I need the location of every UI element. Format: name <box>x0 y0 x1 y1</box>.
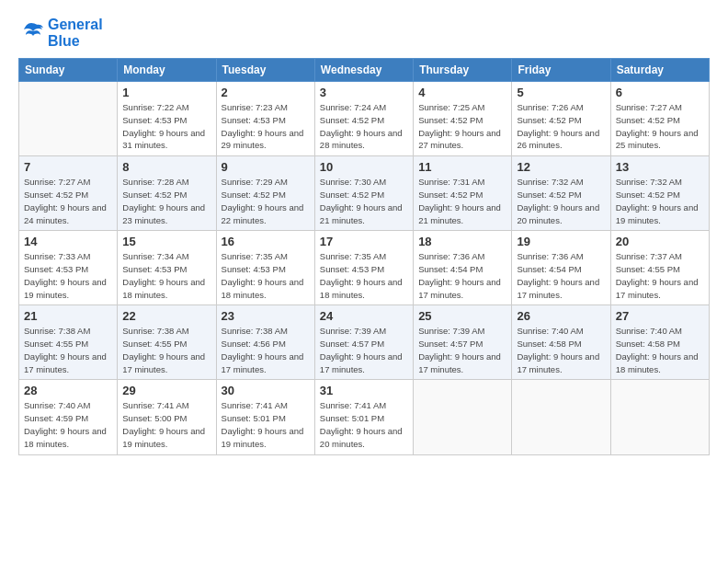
day-number: 15 <box>122 235 210 248</box>
day-number: 29 <box>122 384 210 397</box>
day-info: Sunrise: 7:25 AMSunset: 4:52 PMDaylight:… <box>418 101 506 152</box>
day-number: 10 <box>320 160 408 174</box>
day-info: Sunrise: 7:35 AMSunset: 4:53 PMDaylight:… <box>222 250 310 301</box>
day-number: 7 <box>24 160 112 174</box>
weekday-tuesday: Tuesday <box>216 59 314 82</box>
day-number: 27 <box>616 309 704 323</box>
day-cell <box>610 380 709 454</box>
day-cell: 2 Sunrise: 7:23 AMSunset: 4:53 PMDayligh… <box>216 82 314 156</box>
day-info: Sunrise: 7:40 AMSunset: 4:59 PMDaylight:… <box>24 399 112 450</box>
day-cell: 6 Sunrise: 7:27 AMSunset: 4:52 PMDayligh… <box>610 82 709 156</box>
day-info: Sunrise: 7:41 AMSunset: 5:01 PMDaylight:… <box>320 399 408 450</box>
day-number: 3 <box>320 86 408 99</box>
day-number: 13 <box>616 160 704 174</box>
logo: GeneralBlue <box>18 17 103 49</box>
day-info: Sunrise: 7:29 AMSunset: 4:52 PMDaylight:… <box>222 176 310 226</box>
day-info: Sunrise: 7:38 AMSunset: 4:55 PMDaylight:… <box>24 325 112 375</box>
weekday-friday: Friday <box>512 59 610 82</box>
day-number: 6 <box>616 86 704 99</box>
day-number: 9 <box>222 160 310 174</box>
day-number: 28 <box>24 384 112 397</box>
day-info: Sunrise: 7:39 AMSunset: 4:57 PMDaylight:… <box>418 325 506 375</box>
day-cell: 7 Sunrise: 7:27 AMSunset: 4:52 PMDayligh… <box>19 156 118 231</box>
day-number: 26 <box>517 309 605 323</box>
day-number: 5 <box>517 86 605 99</box>
day-cell <box>19 82 118 156</box>
day-cell: 28 Sunrise: 7:40 AMSunset: 4:59 PMDaylig… <box>19 380 118 454</box>
week-row-1: 1 Sunrise: 7:22 AMSunset: 4:53 PMDayligh… <box>19 82 710 156</box>
day-cell: 19 Sunrise: 7:36 AMSunset: 4:54 PMDaylig… <box>512 231 610 305</box>
day-number: 11 <box>418 160 506 174</box>
weekday-monday: Monday <box>118 59 216 82</box>
day-number: 20 <box>616 235 704 248</box>
day-info: Sunrise: 7:32 AMSunset: 4:52 PMDaylight:… <box>616 176 704 226</box>
day-cell: 14 Sunrise: 7:33 AMSunset: 4:53 PMDaylig… <box>19 231 118 305</box>
day-info: Sunrise: 7:26 AMSunset: 4:52 PMDaylight:… <box>517 101 605 152</box>
day-number: 21 <box>24 309 112 323</box>
day-cell: 8 Sunrise: 7:28 AMSunset: 4:52 PMDayligh… <box>118 156 216 231</box>
weekday-header-row: SundayMondayTuesdayWednesdayThursdayFrid… <box>19 59 710 82</box>
day-number: 8 <box>122 160 210 174</box>
day-number: 14 <box>24 235 112 248</box>
day-cell: 3 Sunrise: 7:24 AMSunset: 4:52 PMDayligh… <box>314 82 413 156</box>
day-info: Sunrise: 7:34 AMSunset: 4:53 PMDaylight:… <box>122 250 210 301</box>
day-cell: 23 Sunrise: 7:38 AMSunset: 4:56 PMDaylig… <box>216 305 314 380</box>
weekday-saturday: Saturday <box>610 59 709 82</box>
day-cell: 31 Sunrise: 7:41 AMSunset: 5:01 PMDaylig… <box>314 380 413 454</box>
day-cell <box>512 380 610 454</box>
week-row-4: 21 Sunrise: 7:38 AMSunset: 4:55 PMDaylig… <box>19 305 710 380</box>
day-cell: 12 Sunrise: 7:32 AMSunset: 4:52 PMDaylig… <box>512 156 610 231</box>
week-row-5: 28 Sunrise: 7:40 AMSunset: 4:59 PMDaylig… <box>19 380 710 454</box>
day-info: Sunrise: 7:37 AMSunset: 4:55 PMDaylight:… <box>616 250 704 301</box>
day-cell: 30 Sunrise: 7:41 AMSunset: 5:01 PMDaylig… <box>216 380 314 454</box>
day-number: 17 <box>320 235 408 248</box>
calendar-table: SundayMondayTuesdayWednesdayThursdayFrid… <box>18 58 710 454</box>
day-cell: 26 Sunrise: 7:40 AMSunset: 4:58 PMDaylig… <box>512 305 610 380</box>
day-info: Sunrise: 7:36 AMSunset: 4:54 PMDaylight:… <box>517 250 605 301</box>
day-info: Sunrise: 7:38 AMSunset: 4:56 PMDaylight:… <box>222 325 310 375</box>
day-cell <box>414 380 512 454</box>
day-info: Sunrise: 7:22 AMSunset: 4:53 PMDaylight:… <box>122 101 210 152</box>
day-number: 1 <box>122 86 210 99</box>
day-cell: 25 Sunrise: 7:39 AMSunset: 4:57 PMDaylig… <box>414 305 512 380</box>
day-number: 24 <box>320 309 408 323</box>
day-cell: 16 Sunrise: 7:35 AMSunset: 4:53 PMDaylig… <box>216 231 314 305</box>
day-number: 30 <box>222 384 310 397</box>
day-number: 19 <box>517 235 605 248</box>
day-info: Sunrise: 7:31 AMSunset: 4:52 PMDaylight:… <box>418 176 506 226</box>
day-info: Sunrise: 7:35 AMSunset: 4:53 PMDaylight:… <box>320 250 408 301</box>
day-number: 16 <box>222 235 310 248</box>
day-info: Sunrise: 7:36 AMSunset: 4:54 PMDaylight:… <box>418 250 506 301</box>
week-row-3: 14 Sunrise: 7:33 AMSunset: 4:53 PMDaylig… <box>19 231 710 305</box>
day-info: Sunrise: 7:32 AMSunset: 4:52 PMDaylight:… <box>517 176 605 226</box>
day-cell: 1 Sunrise: 7:22 AMSunset: 4:53 PMDayligh… <box>118 82 216 156</box>
day-info: Sunrise: 7:38 AMSunset: 4:55 PMDaylight:… <box>122 325 210 375</box>
day-number: 4 <box>418 86 506 99</box>
day-info: Sunrise: 7:28 AMSunset: 4:52 PMDaylight:… <box>122 176 210 226</box>
day-number: 22 <box>122 309 210 323</box>
logo-text: GeneralBlue <box>48 17 103 49</box>
day-cell: 22 Sunrise: 7:38 AMSunset: 4:55 PMDaylig… <box>118 305 216 380</box>
day-number: 23 <box>222 309 310 323</box>
weekday-wednesday: Wednesday <box>314 59 413 82</box>
day-info: Sunrise: 7:23 AMSunset: 4:53 PMDaylight:… <box>222 101 310 152</box>
page: GeneralBlue SundayMondayTuesdayWednesday… <box>0 0 728 563</box>
day-number: 18 <box>418 235 506 248</box>
day-cell: 15 Sunrise: 7:34 AMSunset: 4:53 PMDaylig… <box>118 231 216 305</box>
day-cell: 4 Sunrise: 7:25 AMSunset: 4:52 PMDayligh… <box>414 82 512 156</box>
logo-bird-icon <box>18 20 44 46</box>
day-cell: 18 Sunrise: 7:36 AMSunset: 4:54 PMDaylig… <box>414 231 512 305</box>
weekday-sunday: Sunday <box>19 59 118 82</box>
day-info: Sunrise: 7:30 AMSunset: 4:52 PMDaylight:… <box>320 176 408 226</box>
day-number: 25 <box>418 309 506 323</box>
day-cell: 24 Sunrise: 7:39 AMSunset: 4:57 PMDaylig… <box>314 305 413 380</box>
day-info: Sunrise: 7:40 AMSunset: 4:58 PMDaylight:… <box>517 325 605 375</box>
day-cell: 27 Sunrise: 7:40 AMSunset: 4:58 PMDaylig… <box>610 305 709 380</box>
day-info: Sunrise: 7:39 AMSunset: 4:57 PMDaylight:… <box>320 325 408 375</box>
day-cell: 29 Sunrise: 7:41 AMSunset: 5:00 PMDaylig… <box>118 380 216 454</box>
day-cell: 13 Sunrise: 7:32 AMSunset: 4:52 PMDaylig… <box>610 156 709 231</box>
day-number: 12 <box>517 160 605 174</box>
day-info: Sunrise: 7:24 AMSunset: 4:52 PMDaylight:… <box>320 101 408 152</box>
day-cell: 20 Sunrise: 7:37 AMSunset: 4:55 PMDaylig… <box>610 231 709 305</box>
day-cell: 5 Sunrise: 7:26 AMSunset: 4:52 PMDayligh… <box>512 82 610 156</box>
